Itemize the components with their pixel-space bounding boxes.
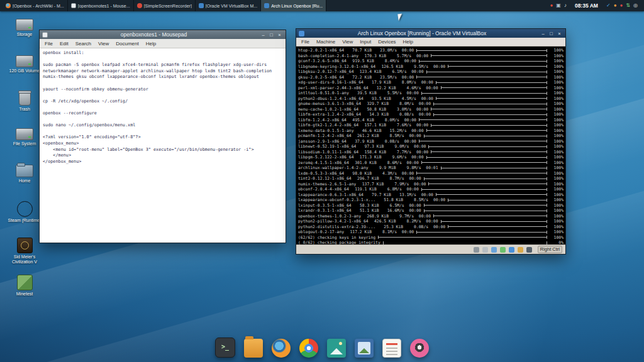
- display-status-icon[interactable]: [526, 247, 532, 253]
- progress-bar: [448, 65, 547, 68]
- mousepad-menu-view[interactable]: View: [95, 40, 112, 47]
- usb-status-icon[interactable]: [509, 247, 514, 253]
- virtualbox-menu-view[interactable]: View: [339, 38, 356, 45]
- mousepad-menu-document[interactable]: Document: [113, 40, 142, 47]
- package-name: numix-themes-2.6.5-1-any: [298, 182, 356, 187]
- mousepad-menu-search[interactable]: Search: [72, 40, 94, 47]
- taskbar-button[interactable]: [SimpleScreenRecorder]: [134, 0, 196, 11]
- package-size: 301.0 KiB: [349, 160, 377, 166]
- download-rate: 0.0B/s: [403, 224, 428, 230]
- progress-fill: [427, 157, 547, 158]
- power-tray-icon[interactable]: ◎: [633, 0, 638, 11]
- mousepad-menu-help[interactable]: Help: [143, 40, 159, 47]
- desktop-icon-label: Home: [19, 178, 31, 184]
- progress-bar: [426, 70, 548, 74]
- virtualbox-menu-help[interactable]: Help: [400, 38, 416, 45]
- download-rate: 9.5M/s: [403, 64, 428, 70]
- virtualbox-menu-input[interactable]: Input: [357, 38, 374, 45]
- minimize-button[interactable]: –: [540, 30, 547, 37]
- maximize-button[interactable]: □: [268, 31, 275, 38]
- package-name: lxappearance-0.6.3-1-x86_64: [298, 192, 364, 198]
- close-button[interactable]: ×: [276, 31, 283, 38]
- vbox-icon: [264, 3, 269, 8]
- image-viewer-dock-icon[interactable]: [327, 339, 346, 358]
- taskbar-button[interactable]: [Oracle VM VirtualBox M...: [196, 0, 261, 11]
- updates-tray-icon[interactable]: ✓: [606, 0, 611, 11]
- progress-percent: 100%: [550, 85, 564, 91]
- elapsed-time: 00:00: [404, 133, 421, 139]
- mousepad-text-area[interactable]: openbox install:sudo pacman -S openbox l…: [40, 48, 286, 243]
- progress-bar: [383, 241, 547, 244]
- editor-line: <menu id="root-menu" label="OpenBox 3" e…: [43, 147, 282, 153]
- screenshot-tray-icon[interactable]: ▣: [556, 0, 561, 11]
- text-editor-dock-icon[interactable]: [382, 339, 401, 358]
- progress-bar: [448, 225, 547, 228]
- terminal-line: htop-2.0.2-1-x86_6470.7 KiB23.0M/s00:001…: [298, 48, 564, 53]
- progress-percent: 100%: [550, 182, 564, 187]
- progress-percent: 100%: [550, 214, 564, 219]
- taskbar-button[interactable]: [Openbox - ArchWiki - M...: [3, 0, 68, 11]
- desktop-icon-minetest[interactable]: Minetest: [4, 275, 45, 301]
- screenrecorder-tray-icon[interactable]: ●: [550, 0, 553, 11]
- progress-percent: 100%: [550, 150, 564, 155]
- terminal-line: menu-cache-1.0.2-1-x86_6450.8 KiB3.0M/s0…: [298, 107, 564, 112]
- messaging-tray-icon[interactable]: ●: [614, 0, 617, 11]
- progress-bar: [421, 188, 547, 191]
- progress-fill: [436, 98, 547, 99]
- maximize-button[interactable]: □: [548, 30, 555, 37]
- mousepad-menu-file[interactable]: File: [42, 40, 56, 47]
- network-tray-icon[interactable]: ⇅: [626, 0, 630, 11]
- mousepad-menu-edit[interactable]: Edit: [57, 40, 72, 47]
- terminal-dock-icon[interactable]: >_: [215, 337, 235, 358]
- hdd-status-icon[interactable]: [474, 247, 479, 253]
- elapsed-time: 00:00: [416, 192, 433, 198]
- guest-terminal[interactable]: htop-2.0.2-1-x86_6470.7 KiB23.0M/s00:001…: [296, 47, 565, 244]
- folder-icon: [16, 165, 33, 177]
- volume-tray-icon[interactable]: ♪: [564, 0, 567, 11]
- virtualbox-menu-machine[interactable]: Machine: [313, 38, 338, 45]
- elapsed-time: 00:00: [407, 155, 424, 160]
- package-name: htop-2.0.2-1-x86_64: [298, 48, 344, 53]
- virtualbox-icon: [299, 31, 304, 36]
- virtualbox-titlebar[interactable]: Arch Linux Openbox [Running] - Oracle VM…: [296, 29, 565, 38]
- file-manager-dock-icon[interactable]: [244, 339, 263, 358]
- elapsed-time: 00:00: [404, 203, 421, 209]
- progress-percent: 100%: [550, 112, 564, 118]
- progress-fill: [422, 162, 547, 163]
- desktop-icon-label: Trash: [19, 107, 30, 112]
- editor-line: </openbox_menu>: [43, 159, 282, 165]
- elapsed-time: 00:00: [397, 48, 414, 53]
- editor-line: [43, 92, 282, 99]
- mousepad-titlebar[interactable]: openboxnotes1 - Mousepad –□×: [40, 30, 286, 39]
- network-status-icon[interactable]: [500, 247, 506, 253]
- audio-status-icon[interactable]: [491, 247, 497, 253]
- package-name: libsodium-1.0.11-1-x86_64: [298, 150, 358, 155]
- clock[interactable]: 08:35 AM: [573, 3, 600, 9]
- minimize-button[interactable]: –: [260, 31, 267, 38]
- download-rate: 9.7M/s: [389, 214, 414, 219]
- progress-fill: [422, 93, 547, 94]
- chrome-dock-icon[interactable]: [299, 339, 318, 358]
- progress-fill: [379, 237, 547, 238]
- gallery-dock-icon[interactable]: [355, 339, 374, 358]
- package-size: 495.4 KiB: [347, 118, 374, 123]
- virtualbox-menu-file[interactable]: File: [298, 38, 313, 45]
- download-rate: 0.0B/s: [389, 112, 414, 118]
- taskbar-button[interactable]: Arch Linux Openbox [Ru...: [261, 0, 326, 11]
- shared-folders-status-icon[interactable]: [518, 247, 523, 253]
- virtualbox-menu-devices[interactable]: Devices: [375, 38, 399, 45]
- firefox-dock-icon[interactable]: [272, 339, 291, 358]
- package-name: gnome-menus-3.6.1-3-x86_64: [298, 101, 361, 107]
- close-button[interactable]: ×: [556, 30, 563, 37]
- optical-status-icon[interactable]: [482, 247, 488, 253]
- package-size: 79.7 KiB: [364, 192, 391, 198]
- progress-percent: 100%: [550, 229, 564, 235]
- mousepad-window-controls: –□×: [260, 31, 283, 38]
- download-rate: 4.6M/s: [396, 85, 421, 91]
- taskbar-button[interactable]: [openboxnotes1 - Mouse...: [68, 0, 134, 11]
- terminal-line: jansson-2.9-1-x86_6437.9 KiB0.0B/s00:001…: [298, 139, 564, 145]
- screenshot-dock-icon[interactable]: [410, 339, 429, 358]
- media-tray-icon[interactable]: ●: [619, 0, 623, 11]
- tray-left: ●▣♪: [547, 0, 570, 11]
- elapsed-time: 00:00: [399, 58, 416, 64]
